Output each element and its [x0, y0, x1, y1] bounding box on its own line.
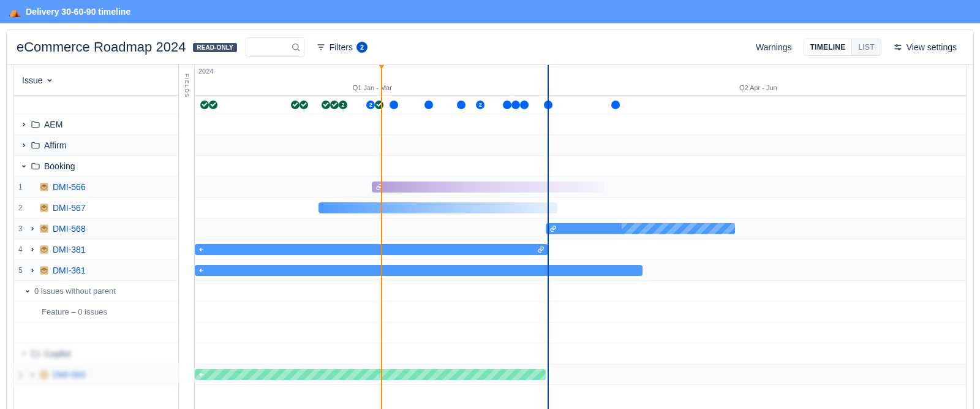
chevron-right-icon[interactable] — [29, 226, 36, 232]
timeline-row-aem — [195, 114, 967, 135]
timeline-row-affirm — [195, 135, 967, 156]
issue-key[interactable]: DMI-566 — [53, 182, 86, 192]
timeline-row-booking — [195, 156, 967, 177]
chevron-right-icon[interactable] — [29, 247, 36, 253]
release-dot-badge[interactable]: 2 — [339, 101, 347, 109]
release-dot-done[interactable] — [322, 101, 330, 109]
epic-icon — [39, 224, 49, 234]
timeline-bar[interactable] — [195, 369, 546, 380]
release-dot-done[interactable] — [200, 101, 209, 109]
arrow-left-icon — [198, 372, 205, 378]
release-dot[interactable] — [611, 101, 620, 109]
view-list-tab[interactable]: LIST — [851, 39, 880, 55]
link-icon — [537, 246, 545, 253]
release-dot-done[interactable] — [375, 101, 383, 109]
release-dot[interactable] — [390, 101, 398, 109]
release-dot-badge[interactable]: 2 — [476, 101, 484, 109]
link-icon — [549, 225, 557, 232]
release-dot[interactable] — [544, 101, 552, 109]
release-dot[interactable] — [520, 101, 529, 109]
issue-row[interactable]: 2 DMI-567 — [13, 197, 178, 218]
feature-row: Feature – 0 issues — [13, 302, 178, 323]
row-number: 4 — [18, 245, 23, 254]
page-title: eCommerce Roadmap 2024 — [17, 39, 186, 55]
fields-label: FIELDS — [184, 74, 190, 98]
epic-icon — [39, 245, 49, 254]
epic-icon — [39, 182, 49, 192]
chevron-down-icon — [24, 288, 31, 294]
no-parent-row[interactable]: 0 issues without parent — [13, 281, 178, 302]
issue-key[interactable]: DMI-567 — [53, 203, 86, 213]
release-dot-done[interactable] — [300, 101, 308, 109]
release-dot[interactable] — [424, 101, 433, 109]
timeline-bar[interactable] — [318, 202, 558, 213]
issue-row-blurred[interactable]: 1 DMI-000 — [13, 364, 178, 385]
search-icon — [291, 42, 301, 52]
timeline-row-blur-folder — [195, 343, 967, 364]
row-number: 2 — [18, 204, 23, 212]
timeline-q2-label: Q2 Apr - Jun — [739, 84, 777, 91]
arrow-left-icon — [198, 247, 205, 253]
timeline-row-dmi566 — [195, 177, 967, 197]
issue-key[interactable]: DMI-568 — [53, 224, 86, 234]
issue-column-header[interactable]: Issue — [13, 65, 178, 96]
chevron-down-icon — [21, 163, 27, 169]
issue-key[interactable]: DMI-381 — [53, 245, 86, 254]
chevron-right-icon — [21, 121, 27, 128]
chevron-right-icon[interactable] — [29, 267, 36, 273]
row-number: 1 — [18, 370, 23, 379]
epic-icon — [39, 266, 49, 275]
chevron-right-icon — [29, 372, 36, 378]
epic-icon — [39, 370, 49, 380]
issue-row[interactable]: 1 DMI-566 — [13, 177, 178, 197]
view-timeline-tab[interactable]: TIMELINE — [804, 39, 852, 55]
timeline-row-dmi567 — [195, 197, 967, 218]
row-number: 5 — [18, 266, 23, 275]
svg-point-8 — [898, 48, 900, 50]
folder-aem[interactable]: AEM — [13, 114, 178, 135]
issue-row[interactable]: 3 DMI-568 — [13, 218, 178, 239]
banner-title: Delivery 30-60-90 timeline — [26, 7, 130, 17]
release-dot-badge[interactable]: 2 — [366, 101, 375, 109]
dot-row-spacer — [13, 96, 178, 114]
grid: Issue AEM Affirm — [13, 65, 967, 409]
readonly-badge: READ-ONLY — [193, 43, 236, 52]
issue-row[interactable]: 5 DMI-361 — [13, 260, 178, 281]
timeline-row-spacer — [195, 323, 967, 343]
row-number: 1 — [18, 183, 23, 191]
release-dot[interactable] — [503, 101, 511, 109]
timeline-row-feature — [195, 302, 967, 323]
release-dot-done[interactable] — [209, 101, 217, 109]
svg-line-1 — [298, 49, 300, 51]
folder-icon — [31, 349, 40, 359]
chevron-down-icon — [21, 351, 27, 357]
release-dot-done[interactable] — [330, 101, 339, 109]
folder-blurred[interactable]: Copilot — [13, 343, 178, 364]
release-dot[interactable] — [511, 101, 520, 109]
timeline-bar[interactable] — [372, 182, 603, 193]
warnings-button[interactable]: Warnings — [749, 37, 799, 57]
view-settings-button[interactable]: View settings — [886, 37, 963, 57]
issue-row[interactable]: 4 DMI-381 — [13, 239, 178, 260]
release-dot[interactable] — [457, 101, 466, 109]
svg-point-6 — [895, 45, 897, 47]
timeline-pane[interactable]: 2024 Q1 Jan - Mar Q2 Apr - Jun 2 2 — [195, 65, 967, 409]
svg-rect-14 — [40, 370, 48, 378]
folder-icon — [31, 140, 40, 150]
filter-icon — [316, 42, 326, 52]
timeline-bar[interactable] — [195, 265, 643, 276]
release-dot-done[interactable] — [291, 101, 300, 109]
folder-booking[interactable]: Booking — [13, 156, 178, 177]
filters-button[interactable]: Filters 2 — [309, 37, 374, 57]
issue-key[interactable]: DMI-361 — [53, 266, 86, 275]
folder-icon — [31, 120, 40, 129]
timeline-header: 2024 Q1 Jan - Mar Q2 Apr - Jun — [195, 65, 967, 96]
folder-affirm[interactable]: Affirm — [13, 135, 178, 156]
fields-column[interactable]: FIELDS — [179, 65, 195, 409]
timeline-bar[interactable] — [546, 223, 735, 234]
folder-icon — [31, 161, 40, 171]
timeline-row-dmi361 — [195, 260, 967, 281]
banner-emoji: ⛺ — [9, 6, 21, 18]
spacer-row — [13, 323, 178, 343]
timeline-bar[interactable] — [195, 244, 548, 255]
